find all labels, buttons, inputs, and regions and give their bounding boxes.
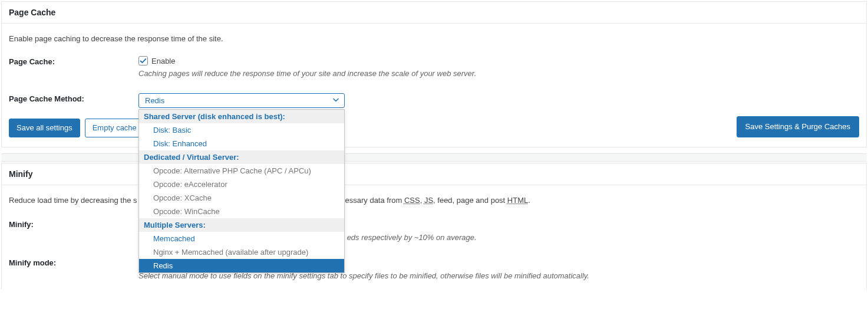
dropdown-option-disk-basic[interactable]: Disk: Basic [139,123,344,137]
minify-mode-row: Minify mode: Select manual mode to use f… [9,257,859,280]
chevron-down-icon [332,96,339,105]
abbr-js: JS [424,196,433,205]
page-cache-intro: Enable page caching to decrease the resp… [9,34,859,43]
dropdown-group-multiple: Multiple Servers: [139,218,344,232]
minify-intro-pre: Reduce load time by decreasing the s [9,196,137,205]
section-gap [1,153,867,162]
dropdown-option-opcode-wincache[interactable]: Opcode: WinCache [139,205,344,218]
dropdown-group-dedicated: Dedicated / Virtual Server: [139,150,344,164]
dropdown-option-redis[interactable]: Redis [139,259,344,273]
abbr-html: HTML [507,196,528,205]
page-cache-buttons: Save all settings Empty cache [9,119,859,137]
page-cache-enable-checkbox[interactable] [138,56,148,65]
minify-intro: Reduce load time by decreasing the s nce… [9,196,859,205]
dropdown-option-opcode-apc[interactable]: Opcode: Alternative PHP Cache (APC / APC… [139,164,344,178]
minify-intro-mid: ncessary data from [337,196,404,205]
save-purge-button[interactable]: Save Settings & Purge Caches [737,116,860,137]
minify-intro-mid2: , feed, page and post [433,196,507,205]
page-cache-title: Page Cache [2,2,866,24]
minify-enable-row: Minify: eds respectively by ~10% on aver… [9,219,859,242]
checkmark-icon [139,57,147,65]
minify-panel: Minify Reduce load time by decreasing th… [1,163,867,290]
page-cache-method-row: Page Cache Method: Redis Shared Server (… [9,93,859,108]
minify-mode-label: Minify mode: [9,257,138,267]
dropdown-option-memcached[interactable]: Memcached [139,232,344,245]
save-all-settings-button[interactable]: Save all settings [9,119,80,137]
abbr-css: CSS [404,196,420,205]
empty-cache-button[interactable]: Empty cache [85,119,144,137]
dropdown-option-opcode-eacc[interactable]: Opcode: eAccelerator [139,178,344,191]
page-cache-method-selected: Redis [145,96,164,105]
page-cache-enable-description: Caching pages will reduce the response t… [138,69,859,78]
page-cache-enable-label: Page Cache: [9,56,138,66]
page-cache-method-select[interactable]: Redis [138,93,345,108]
dropdown-group-shared: Shared Server (disk enhanced is best): [139,110,344,123]
page-cache-method-dropdown: Shared Server (disk enhanced is best): D… [138,109,345,273]
page-cache-method-label: Page Cache Method: [9,93,138,103]
minify-hint-tail: eds respectively by ~10% on average. [347,233,477,242]
page-cache-panel: Page Cache Enable page caching to decrea… [1,1,867,147]
page-cache-enable-row: Page Cache: Enable Caching pages will re… [9,56,859,78]
page-cache-enable-text: Enable [151,57,175,65]
minify-enable-label: Minify: [9,219,138,229]
dropdown-option-opcode-xcache[interactable]: Opcode: XCache [139,191,344,205]
minify-title: Minify [2,163,866,185]
dropdown-option-nginx-memcached[interactable]: Nginx + Memcached (available after upgra… [139,245,344,259]
dropdown-option-disk-enhanced[interactable]: Disk: Enhanced [139,137,344,150]
